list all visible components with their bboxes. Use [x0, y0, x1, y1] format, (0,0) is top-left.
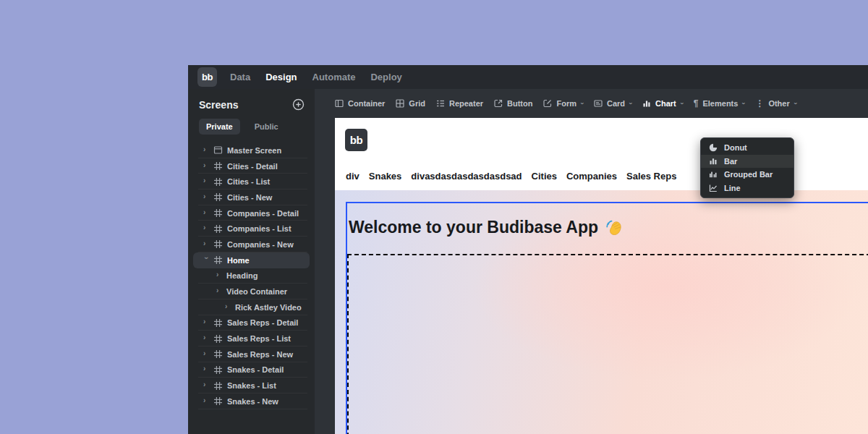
- chevron-right-icon[interactable]: ›: [203, 350, 209, 357]
- screen-row[interactable]: › Sales Reps - List: [188, 331, 315, 346]
- design-panel: Container: [315, 89, 868, 434]
- toolbar-item[interactable]: Chart ›: [642, 99, 683, 108]
- toolbar-item[interactable]: Form ›: [543, 99, 583, 108]
- screen-row[interactable]: › Snakes - List: [188, 378, 315, 393]
- screen-grid-icon: [213, 177, 223, 187]
- toolbar-item[interactable]: ¶ Elements ›: [694, 99, 745, 108]
- chart-menu-item[interactable]: Grouped Bar: [701, 168, 793, 182]
- selected-container-outline[interactable]: Welcome to your Budibase App 👋: [346, 202, 868, 434]
- chevron-right-icon[interactable]: ›: [203, 397, 209, 404]
- chevron-right-icon[interactable]: ›: [203, 209, 209, 216]
- screen-row[interactable]: › Snakes - New: [188, 393, 315, 409]
- chevron-down-icon: ›: [791, 103, 799, 105]
- chevron-right-icon[interactable]: ›: [203, 240, 209, 247]
- grid-icon: [396, 99, 404, 108]
- chevron-right-icon[interactable]: ›: [203, 146, 209, 153]
- screen-label: Cities - New: [227, 193, 272, 202]
- sidebar-header: Screens: [188, 89, 315, 119]
- chart-dropdown-menu: Donut Bar: [700, 137, 794, 198]
- top-nav-tab[interactable]: Deploy: [370, 72, 401, 82]
- chevron-right-icon[interactable]: ›: [203, 318, 209, 326]
- screen-label: Companies - List: [227, 224, 292, 233]
- screen-label: Cities - Detail: [227, 162, 278, 171]
- screens-list: › Master Screen ›: [188, 142, 315, 409]
- screen-row[interactable]: › Home: [193, 252, 310, 268]
- chevron-right-icon[interactable]: ›: [203, 365, 209, 373]
- preview-app-logo[interactable]: bb: [345, 129, 367, 151]
- budibase-logo[interactable]: bb: [197, 67, 217, 87]
- screen-visibility-tab[interactable]: Public: [247, 119, 286, 135]
- chart-menu-item-label: Grouped Bar: [724, 170, 773, 179]
- more-dots-icon: ⋮: [755, 99, 764, 108]
- chevron-right-icon[interactable]: ›: [203, 193, 209, 200]
- chevron-right-icon[interactable]: ›: [203, 162, 209, 169]
- toolbar-item[interactable]: Grid: [396, 99, 425, 108]
- screen-row[interactable]: › Sales Reps - Detail: [188, 315, 315, 331]
- preview-nav-link[interactable]: divasdasdasdasdasdsad: [411, 171, 522, 182]
- toolbar-item-label: Elements: [702, 99, 738, 108]
- toolbar-item[interactable]: ⋮ Other ›: [755, 99, 796, 108]
- chevron-right-icon[interactable]: ›: [225, 303, 231, 310]
- preview-nav-link[interactable]: Sales Reps: [626, 171, 676, 182]
- toolbar-item-label: Button: [507, 99, 532, 108]
- main-row: Screens Private Public: [188, 89, 868, 434]
- screen-row[interactable]: › Rick Astley Video: [188, 299, 315, 315]
- chevron-right-icon[interactable]: ›: [203, 177, 209, 184]
- chevron-right-icon[interactable]: ›: [203, 334, 209, 341]
- chevron-down-icon: ›: [627, 103, 634, 105]
- screen-row[interactable]: › Snakes - Detail: [188, 362, 315, 378]
- chevron-right-icon[interactable]: ›: [203, 257, 210, 263]
- layout-icon: [213, 145, 223, 155]
- screen-label: Snakes - New: [227, 397, 278, 406]
- screen-label: Snakes - Detail: [227, 365, 284, 374]
- video-drop-target-outline[interactable]: [347, 254, 868, 434]
- screen-row[interactable]: › Companies - New: [188, 237, 315, 252]
- screen-row[interactable]: › Sales Reps - New: [188, 346, 315, 362]
- screen-row[interactable]: › Companies - List: [188, 221, 315, 237]
- preview-nav-link[interactable]: Companies: [566, 171, 617, 182]
- welcome-heading[interactable]: Welcome to your Budibase App 👋: [349, 218, 868, 237]
- waving-hand-emoji: [605, 219, 623, 237]
- screen-row[interactable]: › Cities - List: [188, 174, 315, 190]
- screen-grid-icon: [213, 255, 223, 265]
- toolbar-item[interactable]: Container: [335, 99, 385, 108]
- preview-nav-link[interactable]: Cities: [532, 171, 557, 182]
- screen-row[interactable]: › Master Screen: [188, 142, 315, 158]
- top-nav-tabs: Data Design Automate Deploy: [230, 72, 402, 82]
- button-icon: [494, 99, 503, 108]
- chart-menu-item[interactable]: Line: [701, 182, 793, 195]
- toolbar-item[interactable]: Button: [494, 99, 532, 108]
- screen-label: Sales Reps - New: [227, 350, 293, 359]
- toolbar-item[interactable]: Card ›: [594, 99, 631, 108]
- screen-grid-icon: [213, 396, 223, 406]
- top-nav-tab[interactable]: Design: [265, 72, 297, 82]
- screen-label: Video Container: [226, 287, 287, 296]
- chevron-right-icon[interactable]: ›: [203, 381, 209, 388]
- chevron-right-icon[interactable]: ›: [203, 224, 209, 231]
- chevron-right-icon[interactable]: ›: [216, 287, 222, 294]
- screen-row[interactable]: › Video Container: [188, 284, 315, 299]
- screen-row[interactable]: › Cities - New: [188, 190, 315, 205]
- chevron-right-icon[interactable]: ›: [216, 271, 222, 278]
- screen-visibility-tab[interactable]: Private: [199, 119, 240, 135]
- screen-label: Snakes - List: [227, 381, 276, 390]
- top-nav-tab[interactable]: Automate: [312, 72, 356, 82]
- screen-row[interactable]: › Heading: [188, 268, 315, 284]
- toolbar-item-label: Other: [768, 99, 789, 108]
- screen-row[interactable]: › Companies - Detail: [188, 205, 315, 221]
- toolbar-item[interactable]: Repeater: [436, 99, 483, 108]
- chart-menu-item[interactable]: Bar: [701, 155, 793, 169]
- top-nav-tab[interactable]: Data: [230, 72, 250, 82]
- screen-label: Heading: [226, 271, 258, 280]
- toolbar-item-label: Grid: [409, 99, 425, 108]
- screen-visibility-tabs: Private Public: [188, 119, 315, 135]
- elements-pilcrow-icon: ¶: [694, 99, 699, 108]
- bar-chart-icon: [709, 157, 718, 166]
- preview-nav-link[interactable]: div: [346, 171, 359, 182]
- screen-row[interactable]: › Cities - Detail: [188, 158, 315, 174]
- screen-label: Companies - New: [227, 240, 294, 249]
- screen-grid-icon: [213, 381, 223, 391]
- add-screen-button[interactable]: [292, 98, 305, 111]
- chart-menu-item[interactable]: Donut: [701, 141, 793, 155]
- preview-nav-link[interactable]: Snakes: [369, 171, 402, 182]
